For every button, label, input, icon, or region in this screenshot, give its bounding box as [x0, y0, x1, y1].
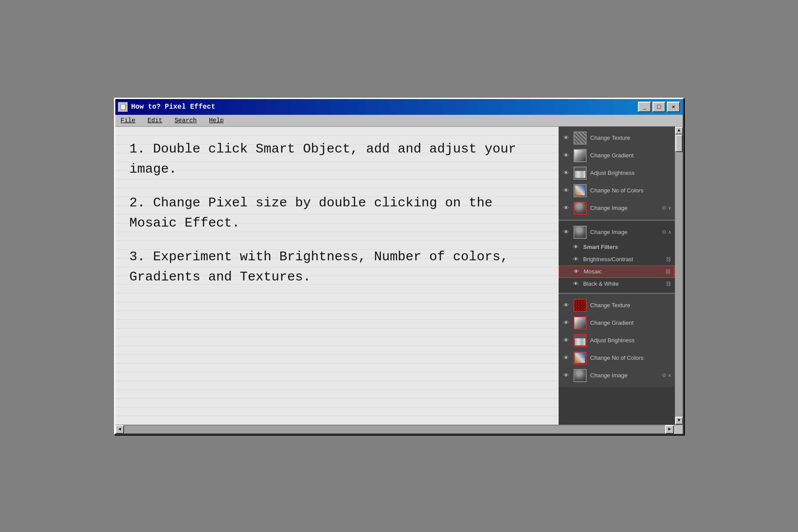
layers-panel: 👁 Change Texture 👁 Change Gradient: [559, 127, 675, 425]
layer-thumb-texture-3: [574, 299, 587, 312]
maximize-button[interactable]: □: [652, 102, 666, 112]
layer-thumb-colors: [574, 184, 587, 197]
layer-label-colors-3: Change No of Colors: [590, 355, 671, 361]
eye-icon[interactable]: 👁: [562, 229, 570, 235]
scroll-corner: [674, 425, 683, 434]
layers-group-2: 👁 Change Image ⊙ ∧ 👁 Smart Filters: [559, 221, 675, 294]
layer-label-colors-1: Change No of Colors: [590, 187, 671, 194]
layer-smart-filters[interactable]: 👁 Smart Filters: [559, 241, 675, 253]
menu-bar: File Edit Search Help: [115, 115, 683, 127]
layer-label-brightness-contrast: Brightness/Contrast: [583, 256, 663, 262]
horizontal-scrollbar: ◄ ►: [115, 425, 683, 433]
layer-label-image-3: Change Image: [590, 372, 659, 379]
layer-change-image-2[interactable]: 👁 Change Image ⊙ ∧: [559, 223, 675, 241]
scroll-right-button[interactable]: ►: [665, 425, 674, 434]
layer-mosaic[interactable]: 👁 Mosaic ⛓: [559, 266, 675, 278]
minimize-button[interactable]: _: [638, 102, 651, 112]
menu-help[interactable]: Help: [207, 116, 226, 125]
layer-adjust-brightness-3[interactable]: 👁 Adjust Brightness: [559, 332, 675, 349]
step-1: 1. Double click Smart Object, add and ad…: [129, 139, 545, 180]
eye-icon[interactable]: 👁: [572, 281, 580, 287]
title-buttons: _ □ ✕: [638, 102, 680, 112]
scroll-track[interactable]: [675, 135, 683, 417]
mosaic-chain-icon: ⛓: [666, 269, 671, 275]
layer-expand-icon-3[interactable]: ∧: [668, 372, 671, 378]
layer-thumb-brightness: [574, 167, 587, 180]
main-content: 1. Double click Smart Object, add and ad…: [115, 127, 559, 425]
bw-chain-icon: ⛓: [666, 281, 671, 287]
scroll-h-track[interactable]: [124, 426, 665, 433]
eye-icon[interactable]: 👁: [562, 170, 570, 176]
layer-thumb-gradient-3: [574, 316, 587, 330]
eye-icon[interactable]: 👁: [562, 153, 570, 159]
layer-change-colors-3[interactable]: 👁 Change No of Colors: [559, 349, 675, 367]
layer-link-icon: ⊙: [662, 205, 666, 211]
eye-icon[interactable]: 👁: [572, 269, 580, 275]
layer-label-gradient-3: Change Gradient: [590, 319, 671, 326]
menu-edit[interactable]: Edit: [146, 116, 164, 125]
layer-change-gradient-1[interactable]: 👁 Change Gradient: [559, 147, 675, 164]
layer-label-brightness-1: Adjust Brightness: [590, 170, 671, 176]
layer-thumb-image-3: [574, 369, 587, 382]
scroll-left-button[interactable]: ◄: [115, 425, 124, 434]
vertical-scrollbar: ▲ ▼: [675, 127, 683, 425]
layer-thumb-gradient: [574, 149, 587, 162]
eye-icon[interactable]: 👁: [562, 337, 570, 344]
layer-change-gradient-3[interactable]: 👁 Change Gradient: [559, 314, 675, 332]
layer-link-icon-3: ⊙: [662, 372, 666, 378]
layers-group-3: 👁 Change Texture 👁 Change Gradient: [559, 294, 675, 387]
layer-extra-2: ⊙ ∧: [662, 229, 671, 235]
main-window: 📋 How to? Pixel Effect _ □ ✕ File Edit S…: [114, 98, 684, 435]
layers-group-1: 👁 Change Texture 👁 Change Gradient: [559, 127, 675, 221]
eye-icon[interactable]: 👁: [562, 320, 570, 326]
layer-adjust-brightness-1[interactable]: 👁 Adjust Brightness: [559, 164, 675, 182]
scroll-down-button[interactable]: ▼: [675, 417, 683, 425]
layer-label-gradient-1: Change Gradient: [590, 152, 671, 159]
step-3: 3. Experiment with Brightness, Number of…: [129, 247, 545, 287]
chain-icon: ⛓: [666, 256, 671, 262]
scroll-up-button[interactable]: ▲: [675, 127, 683, 135]
eye-icon[interactable]: 👁: [562, 188, 570, 194]
eye-icon[interactable]: 👁: [572, 256, 580, 262]
layer-thumb-colors-3: [574, 351, 587, 365]
layer-thumb-image-2: [574, 226, 587, 239]
layer-expand-icon[interactable]: ∨: [668, 205, 671, 211]
layer-label-black-white: Black & White: [583, 280, 663, 287]
menu-search[interactable]: Search: [173, 116, 198, 125]
eye-icon[interactable]: 👁: [562, 135, 570, 141]
layer-thumb-image: [574, 202, 587, 215]
layer-label-texture-1: Change Texture: [590, 135, 671, 141]
layer-black-white[interactable]: 👁 Black & White ⛓: [559, 278, 675, 290]
title-bar: 📋 How to? Pixel Effect _ □ ✕: [115, 99, 683, 115]
layer-label-smart-filters: Smart Filters: [583, 244, 671, 250]
layer-thumb-texture: [574, 131, 587, 145]
scroll-thumb[interactable]: [675, 135, 683, 152]
layer-change-image-3[interactable]: 👁 Change Image ⊙ ∧: [559, 367, 675, 384]
layer-label-mosaic: Mosaic: [584, 268, 662, 275]
eye-icon[interactable]: 👁: [572, 244, 580, 250]
layer-label-texture-3: Change Texture: [590, 302, 671, 309]
eye-icon[interactable]: 👁: [562, 355, 570, 361]
window-icon: 📋: [118, 102, 128, 112]
layer-label-image-2: Change Image: [590, 229, 659, 235]
layer-change-texture-1[interactable]: 👁 Change Texture: [559, 129, 675, 147]
layer-brightness-contrast[interactable]: 👁 Brightness/Contrast ⛓: [559, 253, 675, 266]
layer-link-icon-2: ⊙: [662, 229, 666, 235]
step-2: 2. Change Pixel size by double clicking …: [129, 193, 545, 234]
layer-expand-icon-2[interactable]: ∧: [668, 229, 671, 235]
layer-label-brightness-3: Adjust Brightness: [590, 337, 671, 344]
layer-change-colors-1[interactable]: 👁 Change No of Colors: [559, 182, 675, 199]
window-title: How to? Pixel Effect: [131, 103, 215, 111]
close-button[interactable]: ✕: [667, 102, 680, 112]
menu-file[interactable]: File: [119, 116, 137, 125]
layer-extra-3: ⊙ ∧: [662, 372, 671, 378]
title-bar-left: 📋 How to? Pixel Effect: [118, 102, 215, 112]
eye-icon[interactable]: 👁: [562, 205, 570, 211]
layer-change-image-1[interactable]: 👁 Change Image ⊙ ∨: [559, 199, 675, 217]
eye-icon[interactable]: 👁: [562, 372, 570, 379]
layer-extra-1: ⊙ ∨: [662, 205, 671, 211]
layer-change-texture-3[interactable]: 👁 Change Texture: [559, 297, 675, 314]
layer-label-image-1: Change Image: [590, 205, 659, 211]
window-body: 1. Double click Smart Object, add and ad…: [115, 127, 683, 425]
eye-icon[interactable]: 👁: [562, 302, 570, 309]
